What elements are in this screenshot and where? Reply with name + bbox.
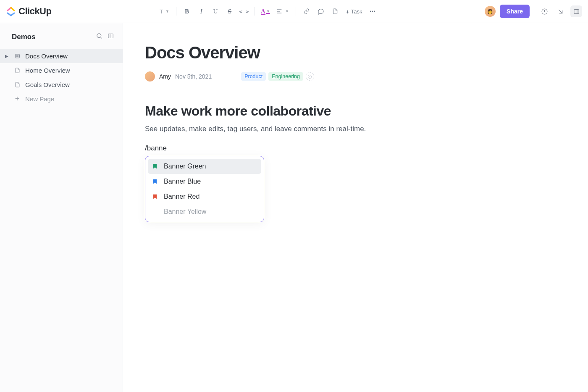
more-horizontal-icon bbox=[369, 8, 376, 15]
history-button[interactable] bbox=[538, 5, 550, 17]
author-avatar[interactable] bbox=[145, 71, 155, 82]
export-button[interactable] bbox=[554, 5, 566, 17]
page-title[interactable]: Docs Overview bbox=[145, 43, 513, 62]
page-icon bbox=[14, 67, 21, 74]
toolbar-right: 👩 Share bbox=[485, 5, 582, 18]
svg-rect-13 bbox=[15, 54, 19, 58]
tag-engineering[interactable]: Engineering bbox=[268, 72, 303, 81]
comment-button[interactable] bbox=[315, 5, 327, 18]
code-button[interactable]: < > bbox=[238, 5, 250, 18]
add-task-button[interactable]: +Task bbox=[343, 5, 365, 18]
slash-menu-item-label: Banner Yellow bbox=[164, 208, 206, 216]
collapse-sidebar-button[interactable] bbox=[107, 32, 114, 41]
align-button[interactable]: ▼ bbox=[273, 5, 291, 18]
panel-collapse-icon bbox=[107, 32, 114, 39]
add-tag-button[interactable] bbox=[306, 72, 314, 81]
formatting-toolbar: T ▼ B I U S < > A▼ ▼ +Task bbox=[55, 5, 481, 18]
svg-point-4 bbox=[372, 11, 373, 12]
italic-button[interactable]: I bbox=[195, 5, 207, 18]
sidebar-item-label: New Page bbox=[25, 95, 54, 103]
user-avatar[interactable]: 👩 bbox=[485, 6, 496, 17]
link-button[interactable] bbox=[300, 5, 313, 18]
doc-heading[interactable]: Make work more collaborative bbox=[145, 103, 513, 119]
bookmark-icon bbox=[152, 209, 158, 215]
underline-button[interactable]: U bbox=[209, 5, 222, 18]
sidebar-item-label: Home Overview bbox=[25, 67, 70, 74]
text-color-button[interactable]: A▼ bbox=[259, 5, 272, 18]
top-toolbar: ClickUp T ▼ B I U S < > A▼ ▼ +Task bbox=[0, 0, 588, 23]
doc-meta-row: Amy Nov 5th, 2021 Product Engineering bbox=[145, 71, 513, 82]
sidebar-item-label: Docs Overview bbox=[25, 53, 68, 60]
svg-rect-7 bbox=[574, 9, 578, 13]
panel-right-icon bbox=[573, 8, 580, 15]
slash-menu-item-banner-red[interactable]: Banner Red bbox=[148, 189, 261, 204]
slash-command-input[interactable]: /banne bbox=[145, 144, 513, 153]
slash-command-menu: Banner Green Banner Blue Banner Red Bann… bbox=[145, 156, 264, 222]
link-icon bbox=[303, 8, 310, 15]
sidebar-item-docs-overview[interactable]: ▶ Docs Overview bbox=[0, 49, 123, 63]
sidebar-item-goals-overview[interactable]: Goals Overview bbox=[0, 77, 123, 92]
sidebar: Demos ▶ Docs Overview Home Overview Goal… bbox=[0, 23, 123, 392]
author-name: Amy bbox=[159, 73, 171, 80]
slash-menu-item-label: Banner Blue bbox=[164, 178, 201, 185]
sidebar-new-page[interactable]: + New Page bbox=[0, 92, 123, 106]
separator bbox=[534, 6, 534, 16]
page-button[interactable] bbox=[329, 5, 341, 18]
bold-button[interactable]: B bbox=[181, 5, 193, 18]
align-left-icon bbox=[276, 8, 283, 15]
more-button[interactable] bbox=[366, 5, 379, 18]
separator bbox=[255, 7, 255, 16]
brand-logo[interactable]: ClickUp bbox=[6, 6, 51, 17]
slash-menu-item-label: Banner Red bbox=[164, 193, 200, 200]
svg-rect-11 bbox=[108, 34, 113, 38]
separator bbox=[296, 7, 296, 16]
search-icon bbox=[96, 32, 103, 39]
doc-icon bbox=[14, 53, 21, 59]
slash-menu-item-label: Banner Green bbox=[164, 163, 206, 170]
plus-icon: + bbox=[13, 95, 21, 103]
comment-icon bbox=[318, 8, 324, 15]
document-area[interactable]: Docs Overview Amy Nov 5th, 2021 Product … bbox=[123, 23, 588, 392]
clock-icon bbox=[307, 74, 312, 79]
bookmark-icon bbox=[152, 179, 158, 184]
chevron-down-icon: ▼ bbox=[266, 9, 270, 13]
doc-date: Nov 5th, 2021 bbox=[175, 73, 212, 80]
page-icon bbox=[14, 82, 21, 88]
slash-menu-item-banner-yellow[interactable]: Banner Yellow bbox=[148, 204, 261, 219]
share-button[interactable]: Share bbox=[500, 5, 530, 18]
brand-name: ClickUp bbox=[18, 6, 51, 17]
chevron-down-icon: ▼ bbox=[285, 9, 289, 13]
panel-toggle-button[interactable] bbox=[570, 5, 582, 17]
caret-right-icon: ▶ bbox=[5, 54, 9, 58]
search-button[interactable] bbox=[96, 32, 103, 41]
tag-product[interactable]: Product bbox=[241, 72, 266, 81]
bookmark-icon bbox=[152, 194, 158, 200]
separator bbox=[176, 7, 176, 16]
slash-menu-item-banner-blue[interactable]: Banner Blue bbox=[148, 174, 261, 189]
strikethrough-button[interactable]: S bbox=[223, 5, 236, 18]
chevron-down-icon: ▼ bbox=[165, 9, 169, 13]
document-icon bbox=[332, 8, 339, 15]
slash-menu-item-banner-green[interactable]: Banner Green bbox=[148, 159, 261, 174]
svg-point-9 bbox=[97, 34, 101, 38]
text-style-dropdown[interactable]: T ▼ bbox=[157, 5, 172, 18]
clock-icon bbox=[541, 8, 548, 15]
sidebar-item-label: Goals Overview bbox=[25, 81, 70, 88]
download-arrow-icon bbox=[557, 8, 564, 15]
svg-point-5 bbox=[374, 11, 375, 12]
svg-line-10 bbox=[101, 37, 102, 39]
sidebar-item-home-overview[interactable]: Home Overview bbox=[0, 63, 123, 77]
sidebar-title: Demos bbox=[12, 33, 36, 41]
doc-paragraph[interactable]: See updates, make edits, tag users, and … bbox=[145, 125, 513, 133]
bookmark-icon bbox=[152, 163, 158, 169]
clickup-logo-icon bbox=[6, 6, 16, 16]
svg-point-3 bbox=[370, 11, 371, 12]
